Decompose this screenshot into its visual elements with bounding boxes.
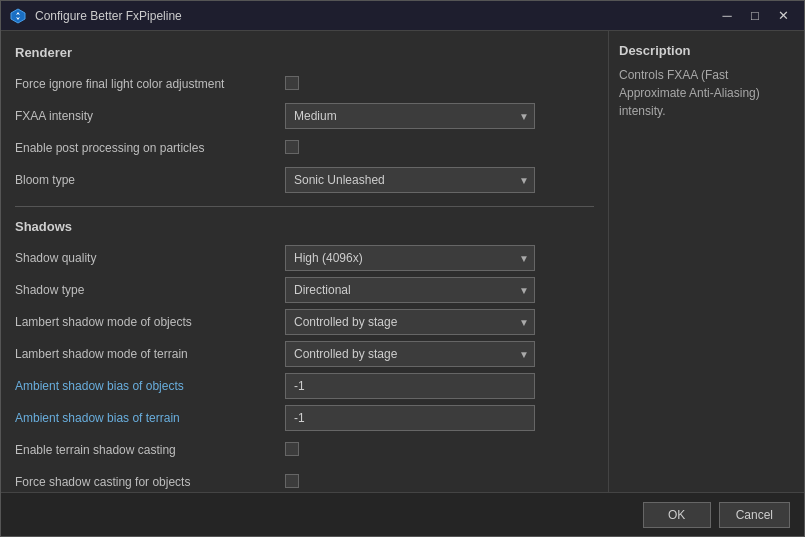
ambient-objects-control [285, 373, 594, 399]
force-shadow-checkbox[interactable] [285, 474, 299, 488]
force-ignore-checkbox[interactable] [285, 76, 299, 90]
minimize-button[interactable]: ─ [714, 5, 740, 27]
shadow-type-control: Directional Omnidirectional ▼ [285, 277, 594, 303]
bloom-type-dropdown[interactable]: None Sonic Unleashed Sonic Generations [285, 167, 535, 193]
lambert-terrain-label: Lambert shadow mode of terrain [15, 347, 285, 361]
shadow-quality-label: Shadow quality [15, 251, 285, 265]
app-icon [9, 7, 27, 25]
ambient-terrain-input[interactable] [285, 405, 535, 431]
ambient-objects-input[interactable] [285, 373, 535, 399]
main-window: Configure Better FxPipeline ─ □ ✕ Render… [0, 0, 805, 537]
lambert-objects-row: Lambert shadow mode of objects Controlle… [15, 308, 594, 336]
lambert-objects-control: Controlled by stage Controlled stage Alw… [285, 309, 594, 335]
fxaa-control: Low Medium High ▼ [285, 103, 594, 129]
lambert-terrain-row: Lambert shadow mode of terrain Controlle… [15, 340, 594, 368]
enable-terrain-shadow-label: Enable terrain shadow casting [15, 443, 285, 457]
bloom-type-control: None Sonic Unleashed Sonic Generations ▼ [285, 167, 594, 193]
fxaa-label: FXAA intensity [15, 109, 285, 123]
fxaa-dropdown[interactable]: Low Medium High [285, 103, 535, 129]
shadow-quality-control: Low (512x) Medium (1024x) High (4096x) ▼ [285, 245, 594, 271]
ambient-terrain-row: Ambient shadow bias of terrain [15, 404, 594, 432]
section-divider [15, 206, 594, 207]
maximize-button[interactable]: □ [742, 5, 768, 27]
main-panel: Renderer Force ignore final light color … [1, 31, 609, 492]
ambient-objects-row: Ambient shadow bias of objects [15, 372, 594, 400]
ambient-terrain-control [285, 405, 594, 431]
window-controls: ─ □ ✕ [714, 5, 796, 27]
svg-marker-0 [11, 9, 25, 23]
force-ignore-row: Force ignore final light color adjustmen… [15, 70, 594, 98]
ok-button[interactable]: OK [643, 502, 711, 528]
renderer-section-header: Renderer [15, 45, 594, 60]
enable-terrain-shadow-control [285, 442, 594, 459]
fxaa-dropdown-wrapper: Low Medium High ▼ [285, 103, 535, 129]
fxaa-row: FXAA intensity Low Medium High ▼ [15, 102, 594, 130]
enable-terrain-shadow-checkbox[interactable] [285, 442, 299, 456]
post-processing-checkbox[interactable] [285, 140, 299, 154]
cancel-button[interactable]: Cancel [719, 502, 790, 528]
bloom-type-dropdown-wrapper: None Sonic Unleashed Sonic Generations ▼ [285, 167, 535, 193]
shadow-quality-dropdown-wrapper: Low (512x) Medium (1024x) High (4096x) ▼ [285, 245, 535, 271]
lambert-objects-label: Lambert shadow mode of objects [15, 315, 285, 329]
force-shadow-label: Force shadow casting for objects [15, 475, 285, 489]
shadow-type-dropdown[interactable]: Directional Omnidirectional [285, 277, 535, 303]
titlebar: Configure Better FxPipeline ─ □ ✕ [1, 1, 804, 31]
shadow-type-dropdown-wrapper: Directional Omnidirectional ▼ [285, 277, 535, 303]
scroll-area[interactable]: Renderer Force ignore final light color … [1, 31, 608, 492]
force-ignore-label: Force ignore final light color adjustmen… [15, 77, 285, 91]
enable-terrain-shadow-row: Enable terrain shadow casting [15, 436, 594, 464]
lambert-terrain-dropdown-wrapper: Controlled by stage Controlled stage Alw… [285, 341, 535, 367]
force-ignore-control [285, 76, 594, 93]
shadow-quality-row: Shadow quality Low (512x) Medium (1024x)… [15, 244, 594, 272]
bloom-type-row: Bloom type None Sonic Unleashed Sonic Ge… [15, 166, 594, 194]
ambient-objects-label: Ambient shadow bias of objects [15, 379, 285, 393]
shadow-type-label: Shadow type [15, 283, 285, 297]
lambert-objects-dropdown-wrapper: Controlled by stage Controlled stage Alw… [285, 309, 535, 335]
shadow-type-row: Shadow type Directional Omnidirectional … [15, 276, 594, 304]
shadow-quality-dropdown[interactable]: Low (512x) Medium (1024x) High (4096x) [285, 245, 535, 271]
force-shadow-row: Force shadow casting for objects [15, 468, 594, 492]
bloom-type-label: Bloom type [15, 173, 285, 187]
shadows-section-header: Shadows [15, 219, 594, 234]
lambert-terrain-dropdown[interactable]: Controlled by stage Controlled stage Alw… [285, 341, 535, 367]
ambient-terrain-label: Ambient shadow bias of terrain [15, 411, 285, 425]
description-panel: Description Controls FXAA (Fast Approxim… [609, 31, 804, 492]
post-processing-control [285, 140, 594, 157]
post-processing-row: Enable post processing on particles [15, 134, 594, 162]
post-processing-label: Enable post processing on particles [15, 141, 285, 155]
lambert-objects-dropdown[interactable]: Controlled by stage Controlled stage Alw… [285, 309, 535, 335]
description-text: Controls FXAA (Fast Approximate Anti-Ali… [619, 66, 794, 120]
footer: OK Cancel [1, 492, 804, 536]
window-title: Configure Better FxPipeline [35, 9, 714, 23]
lambert-terrain-control: Controlled by stage Controlled stage Alw… [285, 341, 594, 367]
close-button[interactable]: ✕ [770, 5, 796, 27]
description-title: Description [619, 43, 794, 58]
force-shadow-control [285, 474, 594, 491]
content-area: Renderer Force ignore final light color … [1, 31, 804, 492]
